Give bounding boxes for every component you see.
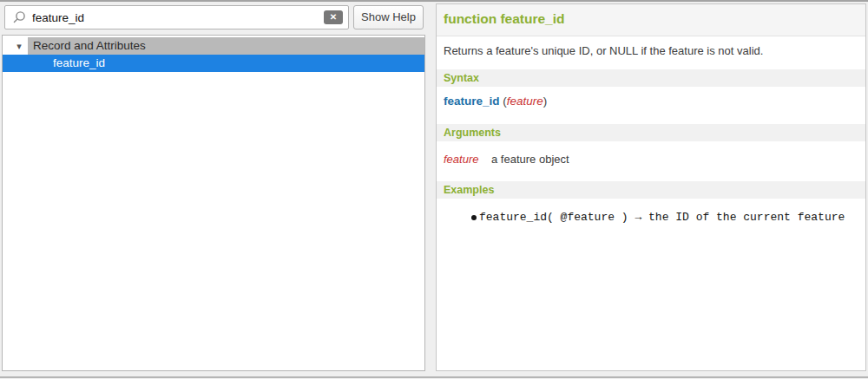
tree-group-record-and-attributes[interactable]: ▾ Record and Attributes <box>3 37 424 55</box>
example-result: the ID of the current feature <box>648 211 845 224</box>
example-arrow-icon: → <box>628 211 648 224</box>
search-icon <box>12 10 26 24</box>
syntax-section-header: Syntax <box>437 69 865 87</box>
collapse-arrow-icon[interactable]: ▾ <box>10 37 28 55</box>
search-input[interactable] <box>32 11 324 24</box>
argument-description: a feature object <box>491 153 569 166</box>
syntax-argument: feature <box>507 95 543 108</box>
tree-item-feature-id[interactable]: feature_id <box>3 55 424 72</box>
syntax-function-name: feature_id <box>444 95 500 108</box>
tree-group-label: Record and Attributes <box>33 37 146 55</box>
example-code: feature_id( @feature ) <box>479 211 628 224</box>
show-help-button[interactable]: Show Help <box>353 5 424 29</box>
syntax-paren-close: ) <box>543 95 548 108</box>
syntax-line: feature_id (feature) <box>444 95 547 108</box>
argument-name: feature <box>444 153 491 166</box>
window-top-edge <box>0 0 868 2</box>
window-bottom-edge <box>0 376 868 378</box>
syntax-heading: Syntax <box>444 69 479 87</box>
function-tree: ▾ Record and Attributes feature_id <box>2 35 425 371</box>
help-title: function feature_id <box>444 11 565 27</box>
example-row: feature_id( @feature ) → the ID of the c… <box>471 211 845 224</box>
search-box[interactable]: ✕ <box>4 5 349 29</box>
help-panel: function feature_id Returns a feature's … <box>436 3 866 371</box>
arguments-heading: Arguments <box>444 124 501 141</box>
clear-search-icon[interactable]: ✕ <box>324 10 343 24</box>
examples-heading: Examples <box>444 181 494 199</box>
syntax-paren-open: ( <box>500 95 507 108</box>
examples-section-header: Examples <box>437 181 865 199</box>
argument-row: featurea feature object <box>444 153 569 166</box>
function-description: Returns a feature's unique ID, or NULL i… <box>444 44 763 57</box>
arguments-section-header: Arguments <box>437 124 865 141</box>
bullet-icon <box>471 215 477 220</box>
